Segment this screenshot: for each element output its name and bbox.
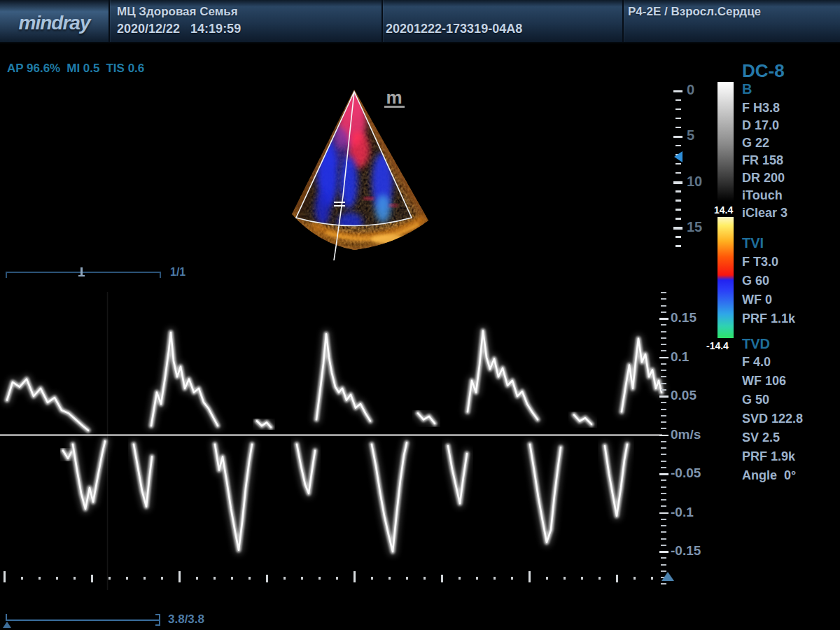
velocity-tick bbox=[661, 447, 666, 449]
param-row: Angle 0° bbox=[742, 468, 796, 483]
time-start-tick[interactable] bbox=[6, 614, 7, 620]
velocity-tick bbox=[661, 545, 666, 546]
section-title-b: B bbox=[742, 81, 752, 97]
time-tick-medium bbox=[266, 575, 268, 582]
velocity-tick bbox=[661, 583, 666, 584]
depth-tick bbox=[676, 108, 681, 111]
velocity-tick bbox=[661, 421, 666, 423]
depth-tick bbox=[676, 172, 681, 174]
time-tick-dot bbox=[546, 577, 548, 580]
time-tick-dot bbox=[248, 577, 251, 580]
depth-tick bbox=[673, 181, 682, 184]
velocity-tick bbox=[661, 467, 666, 468]
depth-tick bbox=[676, 190, 681, 192]
time-counter: 3.8/3.8 bbox=[168, 612, 204, 626]
velocity-tick bbox=[661, 344, 666, 345]
depth-tick bbox=[676, 200, 681, 202]
frame-counter: 1/1 bbox=[170, 266, 186, 279]
depth-label: 5 bbox=[687, 127, 694, 144]
depth-label: 10 bbox=[687, 174, 702, 190]
velocity-tick bbox=[661, 312, 666, 313]
exam-datetime: 2020/12/22 14:19:59 bbox=[117, 22, 241, 36]
acoustic-output-readout: AP 96.6%MI 0.5TIS 0.6 bbox=[7, 62, 150, 76]
time-start-marker-icon[interactable] bbox=[3, 622, 11, 628]
param-row: SV 2.5 bbox=[742, 430, 780, 445]
sweep-cursor-icon bbox=[662, 572, 674, 581]
time-tick-dot bbox=[511, 577, 513, 580]
param-row: G 50 bbox=[742, 393, 769, 407]
time-tick-dot bbox=[493, 577, 496, 580]
velocity-tick bbox=[661, 564, 666, 566]
time-tick-dot bbox=[38, 577, 41, 580]
velocity-tick bbox=[659, 551, 668, 553]
velocity-tick bbox=[661, 389, 666, 391]
doppler-trace bbox=[605, 444, 627, 516]
velocity-label: -0.15 bbox=[671, 543, 701, 559]
time-tick-dot bbox=[161, 577, 163, 580]
time-tick-dot bbox=[144, 577, 146, 580]
depth-tick bbox=[673, 90, 682, 93]
time-tick-medium bbox=[616, 575, 618, 582]
time-tick-dot bbox=[476, 577, 478, 580]
depth-tick bbox=[676, 118, 681, 120]
time-tick-dot bbox=[406, 577, 408, 580]
focus-marker-icon[interactable] bbox=[674, 151, 682, 162]
ultrasound-screen: mindray МЦ Здоровая Семья 2020/12/22 14:… bbox=[0, 0, 840, 630]
velocity-tick bbox=[661, 538, 666, 540]
cine-position-marker-base[interactable] bbox=[78, 275, 85, 276]
param-row: DR 200 bbox=[742, 171, 785, 186]
param-row: SVD 122.8 bbox=[742, 412, 803, 426]
header-bar: mindray МЦ Здоровая Семья 2020/12/22 14:… bbox=[0, 0, 840, 43]
velocity-tick bbox=[661, 486, 666, 488]
header-divider bbox=[108, 0, 110, 42]
time-tick-dot bbox=[74, 577, 76, 580]
time-tick-major bbox=[4, 571, 6, 582]
depth-tick bbox=[676, 218, 681, 220]
param-row: iTouch bbox=[742, 188, 783, 203]
depth-tick bbox=[676, 245, 681, 247]
param-row: WF 0 bbox=[742, 293, 772, 307]
time-tick-major bbox=[178, 571, 181, 582]
param-row: G 60 bbox=[742, 274, 769, 288]
velocity-tick bbox=[661, 557, 666, 559]
velocity-tick bbox=[661, 350, 666, 351]
time-tick-dot bbox=[21, 577, 23, 580]
param-row: iClear 3 bbox=[742, 206, 788, 220]
ap-value: AP 96.6% bbox=[7, 62, 60, 75]
velocity-tick bbox=[661, 383, 666, 384]
velocity-tick bbox=[661, 409, 666, 410]
velocity-tick bbox=[661, 337, 666, 339]
doppler-traces bbox=[7, 331, 662, 552]
time-tick-dot bbox=[108, 577, 111, 580]
velocity-label: -0.1 bbox=[671, 505, 694, 520]
time-tick-dot bbox=[231, 577, 233, 580]
velocity-tick bbox=[659, 318, 668, 320]
time-tick-dot bbox=[196, 577, 198, 580]
velocity-label: 0.15 bbox=[671, 310, 696, 326]
velocity-tick bbox=[661, 461, 666, 462]
velocity-tick bbox=[659, 512, 668, 514]
header-divider bbox=[382, 0, 383, 42]
clinic-name: МЦ Здоровая Семья bbox=[117, 5, 238, 19]
velocity-tick bbox=[659, 357, 668, 359]
velocity-tick bbox=[661, 331, 666, 332]
header-divider bbox=[622, 0, 624, 42]
grayscale-bar bbox=[718, 82, 734, 202]
time-tick-dot bbox=[598, 577, 601, 580]
time-tick-dot bbox=[424, 577, 426, 580]
time-tick-medium bbox=[91, 575, 93, 582]
velocity-tick bbox=[661, 298, 666, 300]
param-row: F H3.8 bbox=[742, 101, 780, 115]
velocity-tick bbox=[661, 370, 666, 371]
velocity-tick bbox=[661, 415, 666, 416]
velocity-tick bbox=[661, 493, 666, 494]
param-row: PRF 1.9k bbox=[742, 449, 795, 464]
time-tick-dot bbox=[458, 577, 461, 580]
velocity-label: 0.1 bbox=[671, 349, 689, 365]
time-tick-major bbox=[528, 571, 531, 582]
brand-logo: mindray bbox=[0, 0, 108, 42]
depth-tick bbox=[676, 209, 681, 211]
time-tick-dot bbox=[214, 577, 216, 580]
depth-tick bbox=[676, 145, 681, 147]
time-tick-dot bbox=[634, 577, 636, 580]
